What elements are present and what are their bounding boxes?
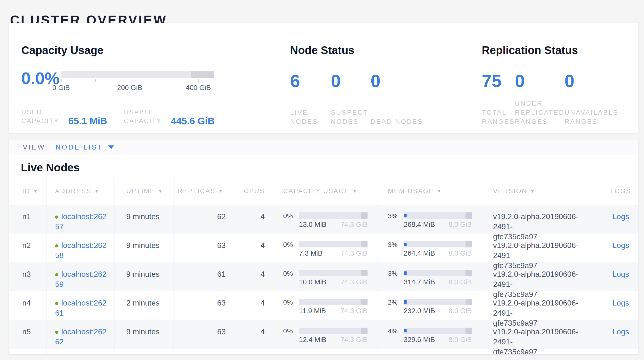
capacity-usage-meter: 0%7.3 MiB74.3 GiB <box>283 241 368 257</box>
col-header-label: MEM USAGE <box>388 188 434 195</box>
mem-usage-bar-end-cap <box>466 212 472 219</box>
capacity-usage-meter-body: 13.0 MiB74.3 GiB <box>299 212 368 229</box>
mem-usage-bar-fill <box>404 271 406 275</box>
address-line-2: 61 <box>55 308 108 318</box>
capacity-usage-bar-end-cap <box>361 328 368 334</box>
cell-mem-usage: 2%232.0 MiB8.0 GiB <box>378 291 482 320</box>
node-list-panel: VIEW: NODE LIST Live Nodes ID▼ADDRESS▼UP… <box>8 139 639 354</box>
mem-usage-percent: 3% <box>388 212 404 229</box>
capacity-usage-values: 10.0 MiB74.3 GiB <box>299 278 368 286</box>
live-nodes-label: LIVE NODES <box>290 108 331 126</box>
capacity-usage-meter-body: 7.3 MiB74.3 GiB <box>299 241 368 257</box>
capacity-usage-meter: 0%13.0 MiB74.3 GiB <box>283 212 368 229</box>
cell-mem-usage: 4%329.6 MiB8.0 GiB <box>378 320 482 349</box>
cell-capacity-usage: 0%10.0 MiB74.3 GiB <box>273 262 378 291</box>
capacity-usage-used-value: 7.3 MiB <box>299 249 322 257</box>
axis-tick <box>61 79 62 82</box>
cell-address: localhost:26259 <box>46 262 115 291</box>
capacity-usage-used-value: 10.0 MiB <box>299 278 326 286</box>
mem-usage-total-value: 8.0 GiB <box>448 335 472 344</box>
cell-logs: Logs <box>603 234 638 262</box>
mem-usage-meter: 3%264.4 MiB8.0 GiB <box>388 241 472 257</box>
capacity-usage-percent: 0% <box>283 299 299 315</box>
under-replicated-ranges-stat: 0 UNDER-REPLICATED RANGES <box>515 72 565 126</box>
capacity-usage-total-value: 74.3 GiB <box>340 249 368 257</box>
cell-version: v19.2.0-alpha.20190606-2491-gfe735c9a97 <box>482 291 603 320</box>
node-address-link[interactable]: localhost:26259 <box>55 270 108 289</box>
node-address-link[interactable]: localhost:26261 <box>55 299 108 318</box>
node-live-dot <box>55 244 58 247</box>
node-table-partial-row <box>9 349 638 354</box>
usable-capacity-stat: USABLE CAPACITY 445.6 GiB <box>124 108 214 125</box>
logs-link[interactable]: Logs <box>612 241 629 250</box>
mem-usage-bar-end-cap <box>466 328 472 334</box>
axis-tick-label: 400 GiB <box>186 84 211 92</box>
view-bar: VIEW: NODE LIST <box>9 139 638 155</box>
mem-usage-bar <box>404 241 472 247</box>
sort-arrow-icon: ▼ <box>158 189 164 194</box>
logs-link[interactable]: Logs <box>612 327 629 336</box>
capacity-usage-meter-body: 11.9 MiB74.3 GiB <box>299 299 368 315</box>
capacity-usage-chart: 0.0% 0 GiB200 GiB400 GiB <box>21 69 232 92</box>
capacity-usage-bar <box>299 241 368 247</box>
capacity-usage-values: 13.0 MiB74.3 GiB <box>299 220 368 229</box>
usable-capacity-label: USABLE CAPACITY <box>124 108 168 125</box>
col-header-capacity-usage[interactable]: CAPACITY USAGE▼ <box>273 177 378 205</box>
logs-link[interactable]: Logs <box>612 212 629 221</box>
node-address-link[interactable]: localhost:26257 <box>55 212 108 232</box>
sort-arrow-icon: ▼ <box>94 189 100 194</box>
logs-link[interactable]: Logs <box>612 270 629 278</box>
node-status-title: Node Status <box>290 44 458 57</box>
address-line-1: localhost:262 <box>61 241 106 250</box>
col-header-mem-usage[interactable]: MEM USAGE▼ <box>378 177 482 205</box>
col-header-label: REPLICAS <box>178 188 216 195</box>
capacity-usage-values: 11.9 MiB74.3 GiB <box>299 307 368 315</box>
cell-mem-usage: 3%268.4 MiB8.0 GiB <box>378 205 482 234</box>
col-header-id[interactable]: ID▼ <box>9 177 46 205</box>
under-replicated-ranges-label: UNDER-REPLICATED RANGES <box>515 99 565 126</box>
total-ranges-stat: 75 TOTAL RANGES <box>482 72 515 126</box>
version-line-1: v19.2.0-alpha.20190606-2491- <box>493 212 593 232</box>
capacity-usage-total-value: 74.3 GiB <box>340 278 368 286</box>
mem-usage-percent: 4% <box>388 328 404 344</box>
mem-usage-values: 232.0 MiB8.0 GiB <box>404 307 472 315</box>
capacity-usage-total-value: 74.3 GiB <box>340 220 368 229</box>
node-live-dot <box>55 331 58 334</box>
cell-node-id: n3 <box>9 262 46 291</box>
partial-cell <box>273 349 378 354</box>
mem-usage-values: 268.4 MiB8.0 GiB <box>404 220 472 229</box>
cell-cpus: 4 <box>235 262 273 291</box>
replication-status-stats: 75 TOTAL RANGES 0 UNDER-REPLICATED RANGE… <box>482 72 635 126</box>
table-row: n3localhost:262599 minutes6140%10.0 MiB7… <box>9 262 638 291</box>
view-dropdown[interactable]: NODE LIST <box>56 143 114 151</box>
mem-usage-total-value: 8.0 GiB <box>448 220 472 229</box>
table-row: n2localhost:262589 minutes6340%7.3 MiB74… <box>9 234 638 262</box>
mem-usage-used-value: 314.7 MiB <box>404 278 435 286</box>
capacity-usage-title: Capacity Usage <box>21 44 232 57</box>
col-header-logs: LOGS <box>603 177 638 205</box>
table-row: n5localhost:262629 minutes6340%12.4 MiB7… <box>9 320 638 349</box>
col-header-address[interactable]: ADDRESS▼ <box>46 177 115 205</box>
cell-capacity-usage: 0%7.3 MiB74.3 GiB <box>273 234 378 262</box>
axis-tick <box>198 79 199 82</box>
node-address-link[interactable]: localhost:26262 <box>55 327 108 347</box>
col-header-replicas[interactable]: REPLICAS▼ <box>174 177 235 205</box>
axis-tick <box>95 79 96 82</box>
mem-usage-total-value: 8.0 GiB <box>448 249 472 257</box>
cell-address: localhost:26262 <box>46 320 115 349</box>
mem-usage-bar-fill <box>404 300 406 304</box>
mem-usage-bar-end-cap <box>466 241 472 247</box>
mem-usage-meter: 3%314.7 MiB8.0 GiB <box>388 270 472 286</box>
col-header-uptime[interactable]: UPTIME▼ <box>115 177 174 205</box>
dead-nodes-count: 0 <box>371 72 423 91</box>
capacity-usage-values: 12.4 MiB74.3 GiB <box>299 335 368 344</box>
node-address-link[interactable]: localhost:26258 <box>55 241 108 260</box>
axis-tick-label: 0 GiB <box>52 84 70 92</box>
used-capacity-value: 65.1 MiB <box>68 116 107 126</box>
mem-usage-meter-body: 329.6 MiB8.0 GiB <box>404 328 472 344</box>
logs-link[interactable]: Logs <box>612 299 629 307</box>
col-header-version[interactable]: VERSION▼ <box>482 177 603 205</box>
cell-replicas: 63 <box>174 320 235 349</box>
cell-node-id: n2 <box>9 234 46 262</box>
col-header-label: LOGS <box>610 188 631 195</box>
